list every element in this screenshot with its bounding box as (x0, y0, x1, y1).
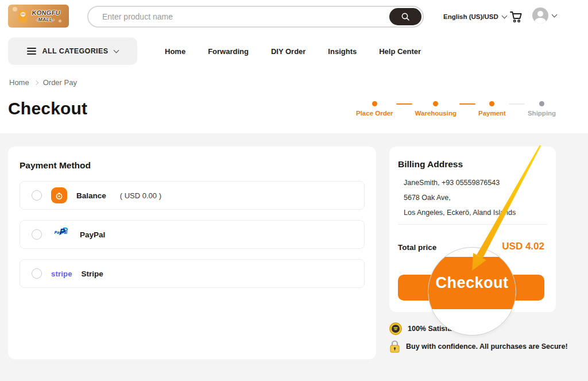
magnifier-overlay: Checkout (428, 247, 516, 336)
nav-item-insights[interactable]: Insights (328, 47, 357, 56)
main-nav: Home Forwarding DIY Order Insights Help … (165, 37, 421, 65)
categories-label: ALL CATEGORIES (42, 47, 109, 55)
search-input[interactable] (102, 8, 378, 25)
avatar (532, 7, 548, 24)
balance-radio[interactable] (32, 190, 42, 201)
step-dot (539, 101, 544, 106)
chevron-down-icon (552, 11, 558, 17)
lock-icon (389, 340, 401, 353)
payment-option-label: Balance (76, 191, 106, 200)
payment-option-label: PayPal (80, 230, 105, 239)
nav-item-help-center[interactable]: Help Center (379, 47, 421, 56)
nav-item-diy-order[interactable]: DIY Order (271, 47, 305, 56)
step-connector (396, 103, 412, 105)
nav-item-home[interactable]: Home (165, 47, 185, 56)
secure-purchase-badge: Buy with confidence. All purchases are S… (389, 340, 568, 353)
step-place-order: Place Order (356, 101, 393, 117)
product-search-bar (87, 6, 424, 28)
account-menu[interactable] (532, 7, 556, 24)
breadcrumb-order-pay: Order Pay (43, 78, 77, 87)
payment-method-title: Payment Method (20, 160, 91, 171)
step-connector (459, 103, 475, 105)
step-warehousing: Warehousing (415, 101, 457, 117)
billing-street: 5678 Oak Ave, (404, 194, 451, 202)
step-payment: Payment (478, 101, 506, 117)
locale-label: English (US)/USD (443, 13, 498, 20)
stripe-icon: stripe (51, 270, 72, 278)
chevron-right-icon (33, 80, 38, 85)
payment-method-card: Payment Method Balance ( USD 0.00 ) PP P… (8, 147, 376, 359)
balance-amount: ( USD 0.00 ) (120, 191, 161, 200)
breadcrumb-home[interactable]: Home (9, 78, 29, 87)
step-connector (509, 103, 525, 105)
checkout-page: KONGFU -MALL- English (US)/USD AL (0, 0, 588, 381)
guarantee-medal-icon (389, 322, 403, 336)
logo-text: KONGFU -MALL- (31, 10, 61, 22)
magnified-checkout-button[interactable]: Checkout (428, 257, 516, 309)
page-title: Checkout (8, 99, 87, 118)
kongfu-mall-logo[interactable]: KONGFU -MALL- (8, 5, 69, 28)
all-categories-button[interactable]: ALL CATEGORIES (8, 37, 137, 65)
billing-city-country: Los Angeles, Eckerö, Aland Islands (404, 209, 516, 217)
logo-decoration (13, 7, 17, 11)
cart-icon (508, 9, 524, 25)
divider (398, 224, 547, 225)
payment-option-balance[interactable]: Balance ( USD 0.00 ) (20, 181, 365, 210)
step-dot (489, 101, 494, 106)
breadcrumb: Home Order Pay (9, 78, 77, 87)
payment-option-label: Stripe (82, 270, 103, 278)
search-button[interactable] (389, 8, 421, 25)
chevron-down-icon (501, 13, 507, 18)
order-progress-steps: Place Order Warehousing Payment Shipping (356, 101, 556, 117)
total-price-label: Total price (398, 243, 436, 252)
billing-address-title: Billing Address (398, 159, 463, 170)
money-bag-icon (51, 187, 67, 203)
secure-purchase-text: Buy with confidence. All purchases are S… (406, 342, 568, 351)
step-dot (433, 101, 438, 106)
paypal-radio[interactable] (32, 229, 42, 240)
step-shipping: Shipping (528, 101, 556, 117)
payment-option-stripe[interactable]: stripe Stripe (20, 259, 365, 288)
language-currency-selector[interactable]: English (US)/USD (443, 0, 506, 33)
cart-button[interactable] (508, 9, 524, 25)
paypal-icon: PP PayPal (51, 226, 71, 243)
magnified-checkout-label: Checkout (435, 274, 508, 292)
stripe-radio[interactable] (32, 268, 42, 279)
hamburger-icon (27, 48, 36, 55)
total-price-value: USD 4.02 (502, 241, 544, 252)
payment-option-paypal[interactable]: PP PayPal PayPal (20, 220, 365, 249)
chevron-down-icon (114, 47, 119, 53)
step-dot (372, 101, 377, 106)
billing-name-phone: JaneSmith, +93 05559876543 (404, 179, 500, 187)
search-icon (400, 11, 411, 22)
nav-item-forwarding[interactable]: Forwarding (208, 47, 249, 56)
mascot-icon (17, 9, 29, 24)
